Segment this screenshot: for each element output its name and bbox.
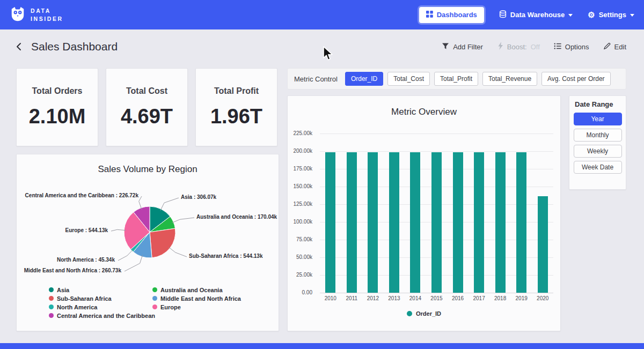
kpi-label: Total Cost — [126, 86, 167, 96]
x-tick-label: 2010 — [320, 295, 341, 301]
bar-legend[interactable]: Order_ID — [288, 310, 560, 317]
date-range-year[interactable]: Year — [574, 113, 622, 125]
edit-button[interactable]: Edit — [603, 42, 626, 51]
legend-dot — [152, 305, 157, 309]
pie-legend-item[interactable]: Central America and the Caribbean — [49, 313, 155, 318]
brand[interactable]: DATA INSIDER — [10, 6, 63, 24]
date-range-week-date[interactable]: Week Date — [574, 161, 622, 174]
edit-label: Edit — [614, 43, 626, 51]
x-tick-label: 2019 — [511, 295, 532, 301]
pie-leader-line — [118, 250, 133, 261]
x-tick-label: 2011 — [341, 295, 363, 301]
pie-legend-item[interactable]: Australia and Oceania — [152, 287, 241, 293]
bar-2016[interactable] — [453, 152, 463, 293]
y-tick-label: 0.00 — [288, 289, 312, 295]
bar-2015[interactable] — [431, 152, 442, 293]
chevron-down-icon — [568, 14, 573, 17]
kpi-value: 1.96T — [210, 105, 262, 128]
metric-button-total-revenue[interactable]: Total_Revenue — [482, 72, 537, 86]
back-button[interactable] — [13, 40, 26, 53]
kpi-row: Total Orders 2.10M Total Cost 4.69T Tota… — [16, 68, 277, 146]
pie-legend-item[interactable]: Europe — [152, 304, 241, 310]
footer-bar — [0, 343, 644, 349]
pie-legend-item[interactable]: North America — [49, 304, 155, 310]
bar-2019[interactable] — [516, 152, 526, 293]
dashboards-label: Dashboards — [437, 11, 477, 19]
data-warehouse-menu[interactable]: Data Warehouse — [499, 10, 573, 20]
pie-leader-line — [169, 247, 187, 257]
gridline — [320, 293, 553, 293]
database-icon — [499, 10, 507, 20]
bar-2018[interactable] — [495, 152, 506, 293]
bar-2012[interactable] — [368, 152, 378, 293]
kpi-label: Total Orders — [32, 86, 83, 96]
boost-label: Boost: — [507, 43, 527, 51]
boost-toggle[interactable]: Boost: Off — [497, 42, 540, 51]
chevron-down-icon — [630, 14, 634, 17]
sales-volume-card: Sales Volume by Region Asia : 306.07kAus… — [16, 154, 279, 331]
x-tick-label: 2020 — [532, 295, 553, 301]
metric-button-total-profit[interactable]: Total_Profit — [434, 72, 478, 86]
legend-label: Order_ID — [416, 310, 441, 317]
gridline — [320, 151, 553, 152]
x-tick-label: 2015 — [426, 295, 448, 301]
kpi-value: 4.69T — [121, 105, 173, 128]
chevron-left-icon — [15, 42, 24, 51]
legend-dot — [49, 296, 54, 301]
bar-2010[interactable] — [325, 152, 335, 293]
page-title: Sales Dashboard — [31, 40, 118, 53]
kpi-value: 2.10M — [29, 105, 86, 128]
options-button[interactable]: Options — [554, 42, 589, 51]
y-tick-label: 75.00k — [288, 236, 312, 242]
pie-legend-item[interactable]: Asia — [49, 287, 155, 293]
x-tick-label: 2014 — [405, 295, 426, 301]
page: DATA INSIDER Dashboards — [0, 0, 644, 349]
pie-leader-line — [139, 196, 142, 210]
filter-icon — [442, 42, 449, 51]
legend-dot — [49, 287, 54, 292]
pie-legend-column-1: AsiaSub-Saharan AfricaNorth AmericaCentr… — [49, 287, 155, 318]
y-tick-label: 225.00k — [288, 130, 312, 136]
add-filter-button[interactable]: Add Filter — [442, 42, 483, 51]
settings-menu[interactable]: ⚙ Settings — [588, 11, 634, 19]
y-tick-label: 25.00k — [288, 272, 312, 278]
bar-plot-area — [320, 133, 553, 293]
legend-label: Australia and Oceania — [160, 287, 223, 293]
y-tick-label: 50.00k — [288, 254, 312, 260]
date-range-weekly[interactable]: Weekly — [574, 145, 622, 158]
navbar-right: Dashboards Data Warehouse ⚙ Settings — [419, 7, 634, 23]
pencil-icon — [603, 42, 611, 51]
bar-2014[interactable] — [410, 152, 420, 293]
x-tick-label: 2016 — [447, 295, 469, 301]
data-warehouse-label: Data Warehouse — [510, 11, 565, 19]
metric-button-order-id[interactable]: Order_ID — [345, 72, 383, 86]
header-actions: Add Filter Boost: Off Options — [442, 42, 626, 51]
gear-icon: ⚙ — [588, 11, 595, 19]
bar-2011[interactable] — [347, 152, 357, 293]
y-tick-label: 100.00k — [288, 219, 312, 225]
bar-chart-title: Metric Overview — [288, 107, 560, 117]
x-tick-label: 2012 — [362, 295, 384, 301]
date-range-monthly[interactable]: Monthly — [574, 129, 622, 142]
pie-legend-item[interactable]: Sub-Saharan Africa — [49, 295, 155, 301]
pie-legend-item[interactable]: Middle East and North Africa — [152, 295, 241, 301]
pie-legend-column-2: Australia and OceaniaMiddle East and Nor… — [152, 287, 241, 310]
boost-value: Off — [531, 43, 540, 51]
metric-button-avg-cost-per-order[interactable]: Avg. Cost per Order — [541, 72, 611, 86]
metric-control-bar: Metric Control Order_ID Total_Cost Total… — [287, 68, 626, 90]
options-label: Options — [565, 43, 589, 51]
y-tick-label: 200.00k — [288, 148, 312, 154]
dashboards-button[interactable]: Dashboards — [419, 7, 484, 23]
kpi-label: Total Profit — [214, 86, 259, 96]
pie-leader-line — [172, 218, 195, 223]
legend-dot — [49, 313, 54, 318]
bar-2020[interactable] — [538, 196, 548, 293]
bar-x-axis: 2010201120122013201420152016201720182019… — [320, 295, 553, 303]
bolt-icon — [497, 42, 503, 51]
bar-2013[interactable] — [389, 152, 399, 293]
metric-button-total-cost[interactable]: Total_Cost — [387, 72, 430, 86]
pie-slice-sub-saharan-africa[interactable] — [150, 228, 175, 258]
bar-2017[interactable] — [474, 152, 484, 293]
legend-label: Central America and the Caribbean — [57, 313, 155, 319]
add-filter-label: Add Filter — [453, 43, 483, 51]
